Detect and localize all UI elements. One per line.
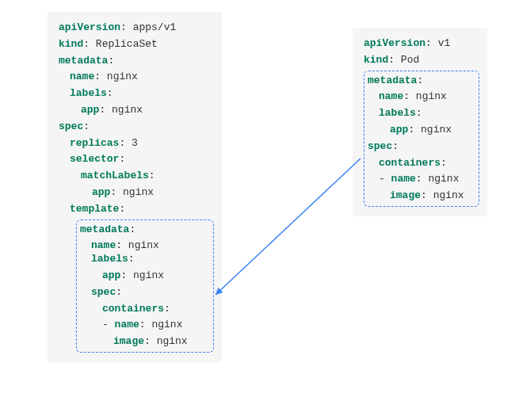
key-image: image [113,335,144,347]
val-app: nginx [123,186,154,198]
key-apiVersion: apiVersion [364,37,425,49]
key-metadata: metadata [80,223,129,235]
line: - name: nginx [368,171,475,188]
line: image: nginx [80,334,210,350]
key-app: app [92,186,110,198]
pod-body-box: metadata: name: nginx labels: app: nginx… [364,71,479,207]
line: spec: [59,119,211,136]
key-name: name [115,319,139,330]
val-name: nginx [416,90,447,102]
line: app: nginx [80,268,210,284]
val-image: nginx [433,189,464,201]
pod-manifest: apiVersion: v1 kind: Pod metadata: name:… [353,28,487,216]
key-apiVersion: apiVersion [59,21,120,33]
key-replicas: replicas [70,137,119,149]
line: image: nginx [368,188,475,204]
key-labels: labels [70,87,107,99]
val-kind: Pod [401,54,419,66]
key-image: image [390,189,421,201]
val-app: nginx [421,124,452,136]
line: metadata: [59,53,211,70]
template-box: metadata: name: nginx labels: app: nginx… [76,220,214,353]
line: selector: [59,151,211,168]
key-containers: containers [102,303,164,315]
dash: - [379,173,391,185]
key-metadata: metadata [368,74,417,86]
val-replicas: 3 [132,137,138,149]
line: labels: [59,86,211,102]
line: - name: nginx [80,317,210,334]
val-apiVersion: apps/v1 [133,21,177,33]
key-name: name [379,90,403,102]
line: app: nginx [59,102,211,119]
key-name: name [70,71,94,82]
line: kind: Pod [364,52,476,69]
line: metadata: [80,222,210,239]
key-containers: containers [379,157,441,169]
val-image: nginx [157,335,188,347]
svg-line-0 [216,158,360,295]
key-metadata: metadata [59,55,108,67]
val-app: nginx [112,104,143,116]
line: kind: ReplicaSet [59,36,211,53]
line: containers: [80,301,210,318]
line: containers: [368,155,475,172]
key-name: name [391,173,416,185]
line: metadata: [368,73,475,90]
key-selector: selector [70,153,119,165]
val-name: nginx [128,239,159,251]
line: matchLabels: [59,168,211,185]
val-app: nginx [133,269,164,281]
val-name: nginx [107,71,138,82]
line: spec: [80,284,210,301]
key-kind: kind [364,54,388,66]
key-kind: kind [59,38,83,50]
line: apiVersion: v1 [364,36,476,52]
line: spec: [368,139,475,155]
line: apiVersion: apps/v1 [59,20,211,36]
val-kind: ReplicaSet [96,38,158,50]
line: template: [59,201,211,218]
key-app: app [390,124,408,136]
key-spec: spec [368,140,392,152]
dash: - [102,319,115,330]
key-app: app [81,104,99,116]
key-template: template [70,203,119,215]
key-labels: labels [379,107,416,119]
key-spec: spec [91,286,116,298]
line: name: nginx [59,69,211,86]
line: replicas: 3 [59,136,211,152]
val-cname: nginx [151,319,182,330]
val-apiVersion: v1 [438,37,451,49]
line: name: nginx [368,89,475,105]
line: labels: [368,105,475,122]
replicaset-manifest: apiVersion: apps/v1 kind: ReplicaSet met… [48,12,222,362]
line: app: nginx [59,185,211,201]
val-cname: nginx [428,173,459,185]
line: app: nginx [368,122,475,139]
key-app: app [102,269,120,281]
key-matchLabels: matchLabels [81,170,149,181]
key-name: name [91,239,116,251]
key-spec: spec [59,120,83,132]
key-labels: labels [91,253,128,265]
